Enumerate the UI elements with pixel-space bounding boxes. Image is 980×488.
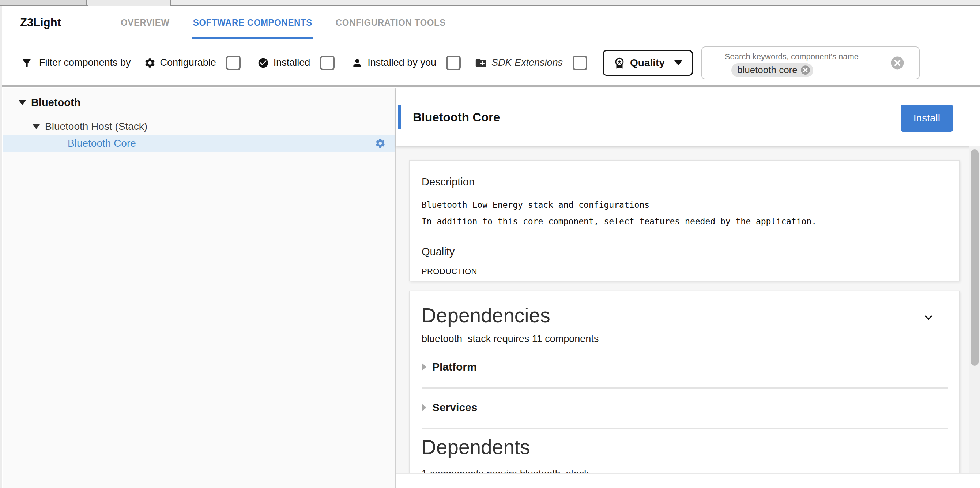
dependency-group-platform[interactable]: Platform	[422, 361, 959, 373]
project-title: Z3Light	[20, 16, 61, 29]
component-tree-panel: Bluetooth Bluetooth Host (Stack) Bluetoo…	[3, 88, 395, 488]
chip-remove-icon[interactable]	[800, 65, 810, 75]
component-detail-body: Description Bluetooth Low Energy stack a…	[396, 146, 980, 488]
tab-configuration-tools[interactable]: CONFIGURATION TOOLS	[336, 6, 446, 40]
vertical-scrollbar[interactable]	[969, 146, 980, 474]
chevron-right-icon	[422, 403, 426, 411]
collapse-chevron-icon[interactable]	[922, 311, 935, 324]
tree-expand-icon[interactable]	[33, 124, 40, 129]
scrollbar-thumb[interactable]	[971, 149, 978, 366]
folder-plus-icon	[475, 57, 487, 69]
panel-divider[interactable]	[395, 88, 396, 488]
tree-item-label: Bluetooth	[31, 97, 80, 108]
filter-installed-by-you-checkbox[interactable]	[446, 56, 461, 70]
search-placeholder: Search keywords, component's name	[725, 52, 859, 61]
gear-icon	[144, 57, 156, 69]
filter-funnel-icon	[21, 57, 33, 69]
editor-tab-strip	[0, 0, 980, 6]
dependents-heading: Dependents	[422, 436, 959, 458]
filter-configurable-checkbox[interactable]	[226, 56, 240, 70]
filter-bar-label: Filter components by	[39, 57, 131, 69]
description-line: Bluetooth Low Energy stack and configura…	[422, 197, 945, 213]
filter-configurable-label: Configurable	[160, 57, 216, 69]
install-button[interactable]: Install	[900, 105, 953, 132]
check-circle-icon	[258, 57, 269, 69]
configure-gear-icon[interactable]	[375, 138, 386, 149]
description-line: In addition to this core component, sele…	[422, 213, 945, 230]
person-icon	[352, 57, 363, 69]
search-chip[interactable]: bluetooth core	[731, 63, 813, 77]
description-heading: Description	[422, 176, 945, 188]
tree-item-label: Bluetooth Core	[68, 137, 136, 149]
view-tabs: OVERVIEW SOFTWARE COMPONENTS CONFIGURATI…	[121, 6, 446, 40]
dependencies-heading: Dependencies	[422, 305, 550, 327]
dependencies-card: Dependencies bluetooth_stack requires 11…	[409, 291, 959, 474]
filter-sdk-extensions-checkbox[interactable]	[573, 56, 587, 70]
chevron-down-icon	[674, 61, 682, 65]
tree-item-bluetooth-core[interactable]: Bluetooth Core	[3, 135, 395, 152]
tab-underline	[192, 37, 313, 39]
dependency-group-services[interactable]: Services	[422, 401, 959, 414]
component-detail-header: Bluetooth Core Install	[396, 88, 980, 146]
dependencies-summary: bluetooth_stack requires 11 components	[422, 333, 959, 344]
quality-filter-button[interactable]: Quality	[603, 50, 693, 76]
filter-installed-by-you-label: Installed by you	[368, 57, 436, 69]
group-label: Services	[432, 401, 477, 414]
divider	[422, 427, 948, 429]
bottom-strip	[396, 474, 980, 488]
filter-bar: Filter components by Configurable Instal…	[0, 40, 980, 87]
group-label: Platform	[432, 361, 477, 373]
component-title: Bluetooth Core	[413, 110, 500, 124]
tab-software-components[interactable]: SOFTWARE COMPONENTS	[193, 6, 312, 40]
award-icon	[613, 57, 626, 69]
divider	[422, 387, 948, 389]
dependents-summary: 1 components require bluetooth_stack	[422, 468, 959, 474]
description-text: Bluetooth Low Energy stack and configura…	[422, 197, 945, 230]
tab-overview[interactable]: OVERVIEW	[121, 6, 170, 40]
editor-tab-active[interactable]	[88, 0, 171, 6]
search-input[interactable]: Search keywords, component's name blueto…	[702, 46, 920, 80]
filter-installed-label: Installed	[274, 57, 310, 69]
quality-button-label: Quality	[630, 57, 665, 69]
filter-sdk-extensions-label: SDK Extensions	[492, 57, 563, 69]
editor-tab-left[interactable]	[0, 0, 87, 5]
description-card: Description Bluetooth Low Energy stack a…	[409, 160, 959, 281]
tree-item-bluetooth[interactable]: Bluetooth	[3, 94, 395, 111]
search-chip-label: bluetooth core	[737, 64, 797, 76]
tree-item-bluetooth-host-stack[interactable]: Bluetooth Host (Stack)	[3, 118, 395, 135]
search-clear-icon[interactable]	[891, 56, 904, 70]
dependencies-header-row: Dependencies	[422, 305, 959, 327]
tree-expand-icon[interactable]	[19, 100, 26, 105]
window-left-edge	[0, 6, 2, 488]
app-header: Z3Light OVERVIEW SOFTWARE COMPONENTS CON…	[0, 6, 980, 40]
tree-item-label: Bluetooth Host (Stack)	[45, 121, 147, 132]
filter-installed-checkbox[interactable]	[320, 56, 334, 70]
chevron-right-icon	[422, 363, 426, 371]
quality-heading: Quality	[422, 246, 945, 258]
quality-value: PRODUCTION	[422, 267, 945, 276]
accent-bar	[398, 105, 401, 129]
